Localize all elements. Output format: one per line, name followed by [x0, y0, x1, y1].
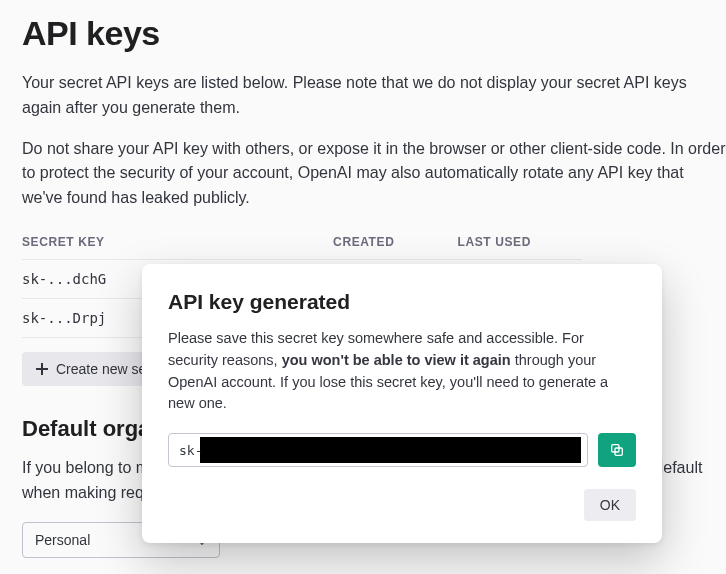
generated-key-field[interactable]: sk-	[168, 433, 588, 467]
modal-overlay[interactable]: API key generated Please save this secre…	[0, 0, 726, 574]
key-prefix: sk-	[179, 443, 202, 458]
copy-icon	[609, 442, 625, 458]
api-key-generated-modal: API key generated Please save this secre…	[142, 264, 662, 543]
key-masked-value	[200, 437, 581, 463]
modal-text-bold: you won't be able to view it again	[282, 352, 511, 368]
ok-button[interactable]: OK	[584, 489, 636, 521]
copy-key-button[interactable]	[598, 433, 636, 467]
modal-title: API key generated	[168, 290, 636, 314]
modal-body: Please save this secret key somewhere sa…	[168, 328, 636, 415]
